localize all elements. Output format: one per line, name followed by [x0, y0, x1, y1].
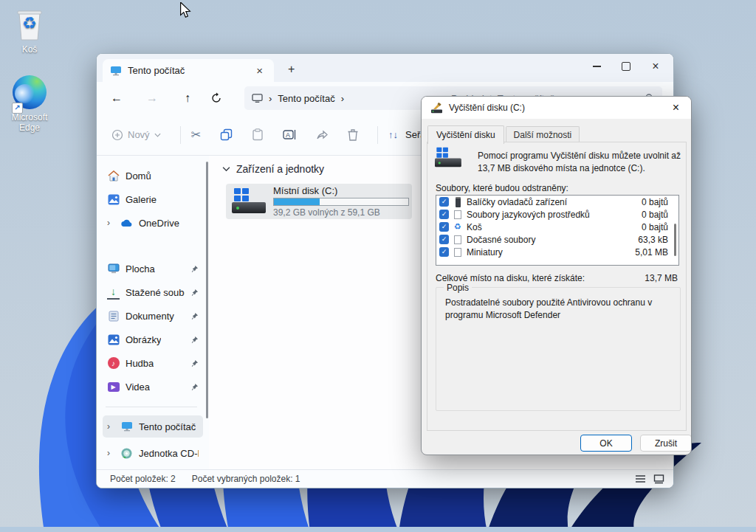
sidebar-item-music[interactable]: ♪ Hudba	[103, 352, 203, 374]
cancel-button[interactable]: Zrušit	[640, 435, 692, 452]
paste-icon	[252, 128, 264, 141]
file-row[interactable]: ✓ Miniatury 5,01 MB	[436, 246, 678, 258]
chevron-right-icon[interactable]: ›	[107, 448, 114, 458]
hard-drive-icon	[232, 187, 266, 215]
chevron-right-icon: ›	[269, 93, 272, 104]
downloads-icon: ↓	[107, 286, 120, 300]
checkbox-checked[interactable]: ✓	[439, 197, 449, 207]
trash-icon	[348, 129, 358, 141]
checkbox-checked[interactable]: ✓	[439, 210, 449, 219]
hard-drive-icon	[435, 147, 461, 169]
minimize-button[interactable]	[582, 54, 611, 79]
sidebar-item-home[interactable]: Domů	[103, 165, 203, 187]
file-row[interactable]: ✓ Balíčky ovladačů zařízení 0 bajtů	[436, 196, 678, 208]
description-text: Postradatelné soubory použité Antivirovo…	[445, 297, 667, 322]
mouse-cursor	[179, 2, 191, 18]
sidebar-item-gallery[interactable]: Galerie	[103, 188, 203, 210]
status-bar: Počet položek: 2 Počet vybraných položek…	[97, 469, 673, 488]
sidebar-divider	[106, 407, 197, 407]
dialog-close-icon[interactable]: ×	[670, 101, 682, 114]
copy-button[interactable]	[220, 128, 233, 141]
tab-close-icon[interactable]: ×	[252, 64, 267, 77]
back-button[interactable]: ←	[104, 91, 129, 105]
total-gain-label: Celkové místo na disku, které získáte:	[436, 273, 585, 283]
home-icon	[107, 170, 120, 182]
checkbox-checked[interactable]: ✓	[439, 222, 449, 232]
share-button[interactable]	[316, 129, 329, 140]
toolbar-divider	[377, 126, 378, 144]
maximize-button[interactable]	[611, 54, 641, 79]
description-group-label: Popis	[444, 283, 472, 293]
share-icon	[316, 129, 329, 140]
taskbar-sliver	[0, 527, 756, 532]
chevron-right-icon[interactable]: ›	[107, 421, 114, 432]
disk-cleanup-icon	[430, 103, 443, 114]
sidebar-item-desktop[interactable]: Plocha	[103, 258, 203, 280]
pin-icon	[190, 312, 199, 320]
up-button[interactable]: ↑	[175, 91, 200, 105]
tab-strip: Tento počítač × + ×	[97, 54, 673, 82]
sidebar-item-videos[interactable]: ▶ Videa	[103, 376, 203, 398]
new-tab-button[interactable]: +	[284, 63, 298, 76]
file-row[interactable]: ✓ Dočasné soubory 63,3 kB	[436, 233, 678, 246]
chevron-down-icon	[154, 133, 161, 137]
sidebar-item-pictures[interactable]: Obrázky	[103, 328, 203, 350]
refresh-icon[interactable]	[210, 92, 222, 104]
sidebar-scrollbar[interactable]	[206, 162, 208, 418]
files-listbox[interactable]: ✓ Balíčky ovladačů zařízení 0 bajtů ✓ So…	[436, 195, 679, 266]
recycle-bin-small-icon: ♻	[454, 223, 461, 231]
gallery-icon	[107, 193, 120, 206]
files-to-delete-label: Soubory, které budou odstraněny:	[436, 183, 568, 193]
drive-tile-local-disk-c[interactable]: Místní disk (C:) 39,2 GB volných z 59,1 …	[226, 184, 412, 219]
desktop-icon-microsoft-edge[interactable]: ↗ Microsoft Edge	[1, 75, 58, 133]
close-button[interactable]: ×	[641, 54, 670, 79]
svg-text:A: A	[286, 131, 290, 139]
pin-icon	[190, 383, 199, 391]
documents-icon	[107, 310, 120, 322]
tab-tento-pocitac[interactable]: Tento počítač ×	[103, 59, 274, 82]
dialog-tab-page: Pomocí programu Vyčištění disku můžete u…	[427, 142, 687, 431]
chevron-down-icon	[222, 166, 230, 172]
checkbox-checked[interactable]: ✓	[439, 235, 449, 244]
capacity-text: 39,2 GB volných z 59,1 GB	[273, 207, 409, 218]
delete-button[interactable]	[348, 129, 358, 141]
tab-disk-cleanup[interactable]: Vyčištění disku	[427, 125, 504, 144]
section-header[interactable]: Zařízení a jednotky	[222, 163, 324, 175]
sidebar-item-onedrive[interactable]: › OneDrive	[103, 212, 203, 234]
file-icon	[454, 210, 461, 219]
sidebar-item-downloads[interactable]: ↓ Stažené soubory	[103, 281, 203, 303]
checkbox-checked[interactable]: ✓	[439, 247, 449, 257]
dialog-intro-text: Pomocí programu Vyčištění disku můžete u…	[478, 147, 690, 176]
thumbnail-view-icon[interactable]	[653, 474, 664, 484]
rename-button[interactable]: A	[283, 129, 297, 140]
toolbar-divider	[180, 126, 181, 144]
sidebar-item-this-pc[interactable]: › Tento počítač	[103, 415, 203, 438]
capacity-bar-fill	[274, 198, 320, 205]
items-count: Počet položek: 2	[110, 474, 176, 484]
breadcrumb-item[interactable]: Tento počítač	[278, 93, 334, 104]
file-row[interactable]: ✓ ♻ Koš 0 bajtů	[436, 221, 678, 233]
desktop-folder-icon	[107, 263, 120, 275]
desktop-icon-label: Koš	[1, 44, 58, 55]
desktop-icon-recycle-bin[interactable]: ♻ Koš	[1, 9, 58, 55]
minimize-icon	[593, 66, 601, 66]
selected-count: Počet vybraných položek: 1	[192, 474, 300, 484]
chevron-right-icon[interactable]: ›	[107, 218, 114, 228]
scissors-icon: ✂	[191, 128, 201, 142]
onedrive-icon	[120, 217, 133, 229]
file-icon	[454, 235, 461, 244]
sort-icon: ↑↓	[388, 129, 398, 140]
sidebar-item-documents[interactable]: Dokumenty	[103, 305, 203, 327]
file-row[interactable]: ✓ Soubory jazykových prostředků 0 bajtů	[436, 208, 678, 221]
cut-button[interactable]: ✂	[191, 128, 201, 142]
paste-button[interactable]	[252, 128, 264, 141]
new-button[interactable]: Nový	[111, 129, 161, 141]
pin-icon	[190, 265, 199, 273]
forward-button[interactable]: →	[140, 91, 165, 105]
dialog-title: Vyčištění disku (C:)	[449, 103, 525, 113]
section-title: Zařízení a jednotky	[236, 163, 324, 175]
list-view-icon[interactable]	[635, 474, 646, 483]
ok-button[interactable]: OK	[580, 435, 632, 452]
sidebar-item-cd-drive[interactable]: › Jednotka CD-ROM	[103, 442, 203, 464]
list-scrollbar[interactable]	[674, 224, 676, 256]
